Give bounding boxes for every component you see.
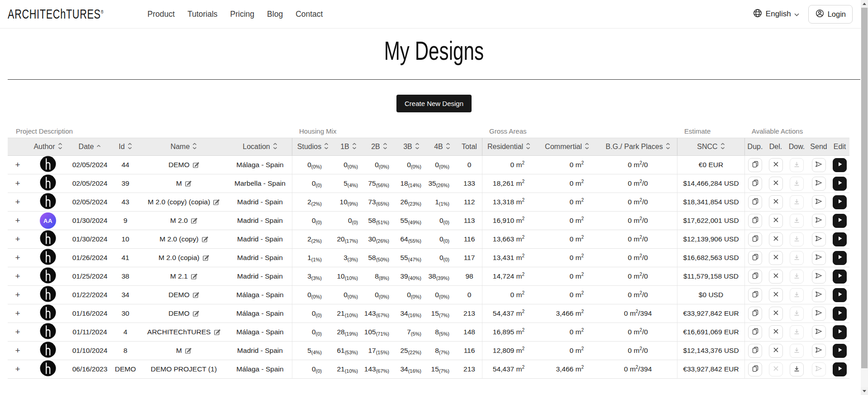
edit-name-icon[interactable] [185, 347, 191, 354]
column-header-sncc[interactable]: SNCC [677, 138, 744, 155]
column-header-name[interactable]: Name [139, 138, 228, 155]
dup-button[interactable] [748, 177, 762, 191]
edit-name-icon[interactable] [191, 217, 197, 224]
edit-button[interactable] [833, 214, 847, 228]
column-header-id[interactable]: Id [111, 138, 139, 155]
expand-row-button[interactable]: + [15, 160, 20, 170]
edit-name-icon[interactable] [191, 273, 197, 279]
edit-button[interactable] [833, 288, 847, 302]
dup-button[interactable] [748, 288, 762, 302]
column-header-b3[interactable]: 3B [395, 138, 428, 155]
expand-row-button[interactable]: + [15, 271, 20, 281]
expand-row-button[interactable]: + [15, 346, 20, 356]
nav-link-blog[interactable]: Blog [267, 10, 283, 19]
login-button[interactable]: Login [808, 5, 853, 24]
edit-name-icon[interactable] [185, 180, 191, 187]
create-new-design-button[interactable]: Create New Design [396, 95, 472, 112]
nav-link-contact[interactable]: Contact [296, 10, 323, 19]
edit-button[interactable] [833, 344, 847, 358]
send-button[interactable] [812, 195, 826, 209]
column-header-b4[interactable]: 4B [428, 138, 457, 155]
dup-button[interactable] [748, 158, 762, 172]
expand-row-button[interactable]: + [15, 327, 20, 337]
expand-row-button[interactable]: + [15, 234, 20, 244]
dup-button[interactable] [748, 232, 762, 246]
download-icon [793, 217, 800, 225]
expand-row-button[interactable]: + [15, 216, 20, 226]
edit-button[interactable] [833, 325, 847, 339]
edit-name-icon[interactable] [193, 292, 199, 298]
edit-name-icon[interactable] [193, 310, 199, 317]
del-button[interactable] [769, 270, 783, 284]
del-button[interactable] [769, 325, 783, 339]
send-button[interactable] [812, 288, 826, 302]
del-button[interactable] [769, 251, 783, 265]
edit-name-icon[interactable] [214, 329, 220, 335]
edit-name-icon[interactable] [193, 162, 199, 168]
del-button[interactable] [769, 344, 783, 358]
nav-link-tutorials[interactable]: Tutorials [187, 10, 217, 19]
send-button[interactable] [812, 214, 826, 228]
expand-row-button[interactable]: + [15, 253, 20, 263]
edit-button[interactable] [833, 270, 847, 284]
column-header-location[interactable]: Location [228, 138, 292, 155]
dup-button[interactable] [748, 362, 762, 376]
expand-row-button[interactable]: + [15, 290, 20, 300]
dup-button[interactable] [748, 251, 762, 265]
scrollbar-thumb[interactable] [861, 8, 868, 368]
column-header-b2[interactable]: 2B [363, 138, 395, 155]
del-button[interactable] [769, 214, 783, 228]
dup-button[interactable] [748, 307, 762, 321]
column-header-b1[interactable]: 1B [334, 138, 363, 155]
dup-button[interactable] [748, 195, 762, 209]
edit-button[interactable] [833, 362, 847, 376]
del-button[interactable] [769, 158, 783, 172]
brand-logo[interactable]: ARCHITEChTURES® [8, 6, 104, 22]
send-button[interactable] [812, 232, 826, 246]
edit-button[interactable] [833, 232, 847, 246]
edit-name-icon[interactable] [213, 199, 219, 205]
date-cell: 01/11/2024 [68, 323, 111, 341]
del-button[interactable] [769, 177, 783, 191]
del-button[interactable] [769, 307, 783, 321]
send-button[interactable] [812, 270, 826, 284]
dup-button[interactable] [748, 344, 762, 358]
edit-name-icon[interactable] [202, 236, 208, 242]
send-button[interactable] [812, 307, 826, 321]
language-selector[interactable]: English [753, 8, 799, 20]
nav-link-pricing[interactable]: Pricing [230, 10, 255, 19]
edit-button[interactable] [833, 177, 847, 191]
del-button[interactable] [769, 232, 783, 246]
expand-row-button[interactable]: + [15, 364, 20, 374]
column-header-studios[interactable]: Studios [292, 138, 334, 155]
expand-row-button[interactable]: + [15, 197, 20, 207]
nav-link-product[interactable]: Product [148, 10, 175, 19]
send-button[interactable] [812, 177, 826, 191]
column-header-residential[interactable]: Residential [482, 138, 535, 155]
expand-row-button[interactable]: + [15, 308, 20, 318]
scroll-down-button[interactable] [861, 387, 868, 395]
dow-button[interactable] [790, 362, 804, 376]
send-button[interactable] [812, 158, 826, 172]
edit-name-icon[interactable] [203, 255, 209, 261]
dup-button[interactable] [748, 270, 762, 284]
vertical-scrollbar[interactable] [861, 0, 868, 395]
scroll-up-button[interactable] [861, 0, 868, 8]
edit-button[interactable] [833, 307, 847, 321]
column-header-bg[interactable]: B.G./ Park Places [599, 138, 677, 155]
edit-button[interactable] [833, 195, 847, 209]
del-button[interactable] [769, 288, 783, 302]
dup-button[interactable] [748, 214, 762, 228]
column-header-date[interactable]: Date [68, 138, 111, 155]
expand-row-button[interactable]: + [15, 178, 20, 188]
column-header-author[interactable]: Author [28, 138, 68, 155]
dup-button[interactable] [748, 325, 762, 339]
send-button[interactable] [812, 344, 826, 358]
edit-button[interactable] [833, 251, 847, 265]
send-button[interactable] [812, 325, 826, 339]
send-button[interactable] [812, 251, 826, 265]
edit-button[interactable] [833, 158, 847, 172]
del-button[interactable] [769, 195, 783, 209]
column-header-commertial[interactable]: Commertial [535, 138, 599, 155]
b2-cell: 8(8%) [363, 267, 395, 285]
